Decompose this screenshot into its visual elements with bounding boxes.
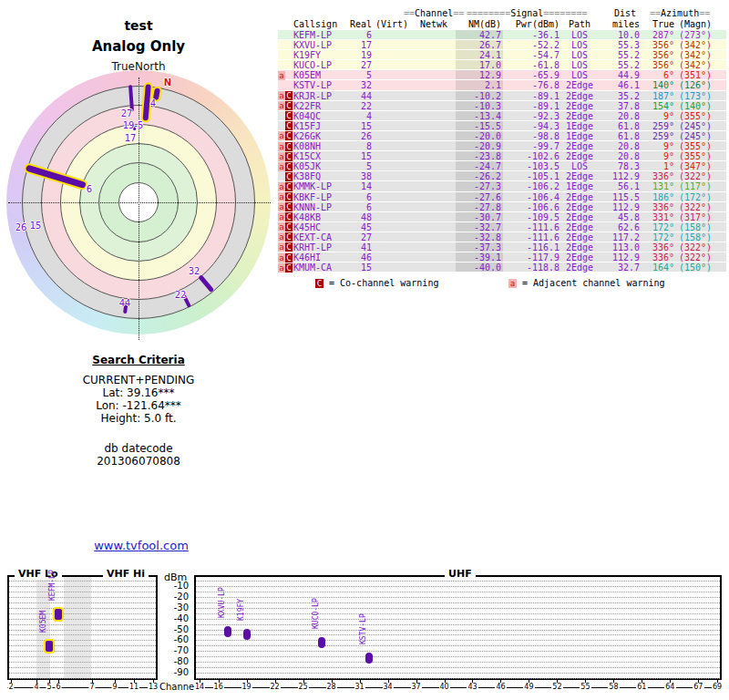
callsign-cell: K15FJ [293, 121, 350, 130]
magn-azimuth-cell: (172°) [674, 192, 712, 201]
network-cell [412, 30, 456, 39]
db-gridline [9, 662, 156, 663]
table-row: aCK08NH8-20.9-99.72Edge20.89°(355°) [278, 141, 726, 151]
db-gridline [9, 581, 156, 582]
network-cell [412, 202, 456, 211]
pwr-dbm-cell: -106.4 [503, 192, 560, 201]
true-azimuth-cell: 6° [640, 70, 674, 79]
tvfool-link[interactable]: www.tvfool.com [91, 539, 191, 552]
adjacent-warning-marker: a [278, 253, 285, 262]
db-axis-tick: -50 [159, 624, 189, 634]
adjacent-warning-cell [278, 60, 285, 69]
co-warning-cell: C [285, 101, 293, 110]
callsign-cell: K19FY [293, 50, 350, 59]
magn-azimuth-cell: (347°) [674, 161, 712, 170]
true-azimuth-cell: 336° [640, 171, 674, 180]
table-row: aCKMUM-CA15-40.0-118.82Edge32.7164°(150°… [278, 262, 726, 273]
magn-azimuth-cell: (158°) [674, 232, 712, 242]
network-cell [412, 121, 456, 130]
adjacent-warning-cell [278, 50, 285, 59]
virt-channel-cell [372, 262, 412, 272]
nm-db-cell: 26.7 [456, 40, 503, 49]
adjacent-warning-cell [278, 40, 285, 49]
co-channel-legend-text: = Co-channel warning [323, 278, 438, 288]
dist-miles-cell: 78.3 [600, 161, 640, 170]
network-cell [412, 192, 456, 201]
adjacent-warning-cell: a [278, 181, 285, 190]
real-channel-cell: 14 [350, 181, 372, 190]
magn-azimuth-cell: (117°) [674, 181, 712, 190]
nm-db-cell: 24.1 [456, 50, 503, 59]
magn-azimuth-cell: (342°) [674, 50, 712, 59]
true-azimuth-cell: 172° [640, 232, 674, 242]
virt-channel-cell [372, 222, 412, 232]
co-warning-cell: C [285, 161, 293, 170]
table-row: aCK26GK26-20.0-98.81Edge61.8259°(245°) [278, 131, 726, 141]
network-cell [412, 91, 456, 100]
adjacent-warning-cell: a [278, 252, 285, 262]
magn-azimuth-cell: (245°) [674, 131, 712, 140]
db-axis-tick: -10 [159, 581, 189, 591]
db-gridline [9, 608, 156, 609]
strength-bar-kstv-lp [365, 653, 373, 664]
dist-miles-cell: 32.7 [600, 262, 640, 272]
pwr-dbm-cell: -106.2 [503, 181, 560, 190]
vhf-hi-label: VHF Hi [103, 568, 149, 580]
pwr-dbm-cell: -98.8 [503, 131, 560, 140]
true-azimuth-cell: 9° [640, 111, 674, 120]
pwr-dbm-cell: -118.8 [503, 262, 560, 272]
adjacent-warning-cell: a [278, 212, 285, 221]
real-channel-cell: 8 [350, 141, 372, 150]
magn-azimuth-cell: (126°) [674, 80, 712, 89]
db-datecode-label: db datecode [25, 442, 252, 455]
path-cell: 2Edge [560, 202, 600, 211]
group-header-channel: ==Channel== [404, 8, 464, 18]
adjacent-warning-marker: a [278, 142, 285, 151]
table-row: aCK48KB48-30.7-109.52Edge45.8331°(317°) [278, 212, 726, 222]
db-datecode-value: 201306070808 [25, 455, 252, 468]
co-warning-cell: C [285, 91, 293, 100]
virt-channel-cell [372, 50, 412, 59]
db-gridline [196, 634, 720, 635]
true-azimuth-cell: 331° [640, 212, 674, 221]
pwr-dbm-cell: -111.6 [503, 222, 560, 232]
db-gridline [196, 678, 720, 679]
db-gridline [196, 645, 720, 646]
signal-bar-ch6 [23, 162, 88, 191]
real-channel-cell: 32 [350, 80, 372, 89]
adjacent-warning-cell: a [278, 91, 285, 100]
callsign-cell: K22FR [293, 101, 350, 110]
table-body: KEFM-LP642.7-36.1LOS10.0287°(273°)KXVU-L… [278, 30, 726, 273]
true-azimuth-cell: 164° [640, 262, 674, 272]
table-row: aCKNNN-LP6-27.8-106.62Edge112.9336°(322°… [278, 202, 726, 212]
co-warning-cell [285, 70, 293, 79]
longitude: Lon: -121.64*** [25, 399, 252, 412]
adjacent-warning-marker: a [278, 242, 285, 252]
polar-label-44: 44 [119, 298, 131, 308]
search-criteria-title: Search Criteria [25, 354, 252, 366]
pwr-dbm-cell: -99.7 [503, 141, 560, 150]
nm-db-cell: -40.0 [456, 262, 503, 272]
group-header-dist: Dist [614, 8, 636, 18]
channel-tick-label: 52 [551, 683, 562, 691]
table-row: aCKRJR-LP44-10.2-89.12Edge35.2187°(173°) [278, 91, 726, 101]
db-gridline [196, 619, 720, 620]
co-warning-cell: C [285, 141, 293, 150]
adjacent-warning-marker: a [278, 162, 285, 171]
strength-label-k19fy: K19FY [237, 599, 245, 621]
strength-bar-kefm-lp [53, 607, 64, 622]
table-row: KXVU-LP1726.7-52.2LOS55.3356°(342°) [278, 40, 726, 50]
co-warning-marker: C [285, 192, 293, 201]
channel-tick-label: 28 [325, 683, 336, 691]
nm-db-cell: -27.3 [456, 181, 503, 190]
path-cell: 2Edge [560, 252, 600, 262]
dist-miles-cell: 35.2 [600, 91, 640, 100]
channel-tick-label: 64 [664, 683, 675, 691]
co-warning-cell [285, 40, 293, 49]
pwr-dbm-cell: -36.1 [503, 30, 560, 39]
dist-miles-cell: 112.9 [600, 252, 640, 262]
magn-azimuth-cell: (322°) [674, 202, 712, 211]
real-channel-cell: 6 [350, 192, 372, 201]
strength-bar-kxvu-lp [224, 626, 231, 637]
co-warning-marker: C [285, 111, 293, 120]
